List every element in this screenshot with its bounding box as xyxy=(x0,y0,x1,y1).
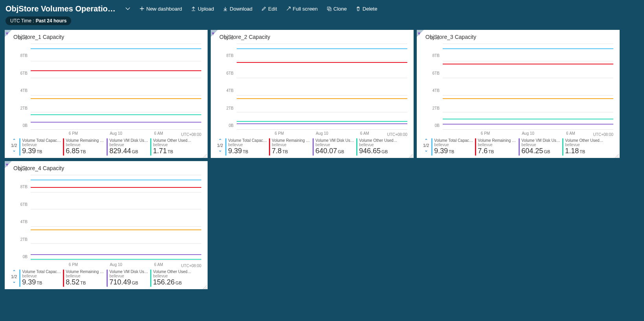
legend-metric-name: Volume Other Used Ca… xyxy=(153,138,192,143)
chart-plot[interactable]: 0B2TB4TB6TB8TB10TB6 PMAug 106 AMUTC+08:0… xyxy=(223,42,408,137)
tile-title: ObjStore_4 Capacity xyxy=(13,165,204,171)
chevron-down-icon[interactable]: ⌄ xyxy=(12,148,16,152)
metric-tile[interactable]: ObjStore_2 Capacity0B2TB4TB6TB8TB10TB6 P… xyxy=(211,30,414,158)
legend-metric-name: Volume Other Used Ca… xyxy=(359,138,398,143)
legend-metric[interactable]: Volume Other Used Ca…bellevue946.65GB xyxy=(356,138,398,156)
legend-color-bar xyxy=(19,138,20,156)
legend-color-bar xyxy=(63,138,64,156)
legend-color-bar xyxy=(313,138,314,156)
chevron-up-icon[interactable]: ⌃ xyxy=(218,138,222,143)
legend-metric-value: 1.18TB xyxy=(565,147,604,156)
legend-color-bar xyxy=(63,270,64,287)
resize-handle[interactable] xyxy=(408,152,413,157)
fullscreen-button[interactable]: Full screen xyxy=(283,4,321,13)
x-tick-label: Aug 10 xyxy=(110,262,122,267)
legend-metric[interactable]: Volume Remaining Cap…bellevue6.85TB xyxy=(63,138,105,156)
legend-metric[interactable]: Volume Total Capacit…bellevue9.39TB xyxy=(19,138,61,156)
chevron-up-icon[interactable]: ⌃ xyxy=(12,270,16,274)
delete-button[interactable]: Delete xyxy=(352,4,381,13)
series-line xyxy=(31,122,201,123)
resize-handle[interactable] xyxy=(202,284,207,288)
y-tick-label: 8TB xyxy=(226,53,234,58)
metric-tile[interactable]: ObjStore_1 Capacity0B2TB4TB6TB8TB10TB6 P… xyxy=(5,30,208,158)
series-line xyxy=(31,114,201,115)
resize-handle[interactable] xyxy=(614,152,619,157)
chart-plot[interactable]: 0B2TB4TB6TB8TB10TB6 PMAug 106 AMUTC+08:0… xyxy=(17,42,202,137)
clone-button[interactable]: Clone xyxy=(323,4,350,13)
legend-metric[interactable]: Volume VM Disk Used …bellevue640.07GB xyxy=(313,138,355,156)
chevron-down-icon[interactable]: ⌄ xyxy=(12,279,16,284)
y-tick-label: 6TB xyxy=(20,202,28,206)
legend-metric-location: bellevue xyxy=(315,143,355,147)
legend-pager[interactable]: ⌃1/2⌄ xyxy=(11,270,17,284)
upload-button[interactable]: Upload xyxy=(188,4,217,13)
legend-metric[interactable]: Volume VM Disk Used …bellevue710.49GB xyxy=(107,270,149,287)
tile-title: ObjStore_1 Capacity xyxy=(13,34,204,40)
x-tick-label: 6 PM xyxy=(275,131,284,136)
legend-metric[interactable]: Volume VM Disk Used …bellevue604.25GB xyxy=(519,138,561,156)
y-tick-label: 2TB xyxy=(432,106,440,110)
legend-metric-location: bellevue xyxy=(478,143,517,147)
legend-metric[interactable]: Volume Remaining Cap…bellevue7.6TB xyxy=(475,138,517,156)
header: ObjStore Volumes Operation Perfo… New da… xyxy=(0,0,644,27)
legend-pager[interactable]: ⌃1/2⌄ xyxy=(217,138,223,152)
resize-handle[interactable] xyxy=(202,152,207,157)
y-tick-label: 4TB xyxy=(20,220,28,224)
legend-metric[interactable]: Volume Total Capacit…bellevue9.39TB xyxy=(19,270,61,287)
fullscreen-label: Full screen xyxy=(293,6,318,12)
legend-metric-name: Volume Total Capacit… xyxy=(22,270,61,274)
edit-button[interactable]: Edit xyxy=(258,4,280,13)
legend-metric-name: Volume Remaining Cap… xyxy=(272,138,311,143)
chevron-up-icon[interactable]: ⌃ xyxy=(12,138,16,143)
legend-metric[interactable]: Volume Total Capacit…bellevue9.39TB xyxy=(431,138,473,156)
legend-color-bar xyxy=(225,138,226,156)
legend-color-bar xyxy=(356,138,357,156)
filter-icon[interactable] xyxy=(5,161,9,169)
y-tick-label: 10TB xyxy=(18,36,28,40)
series-line xyxy=(237,123,407,124)
metric-tile[interactable]: ObjStore_4 Capacity0B2TB4TB6TB8TB10TB6 P… xyxy=(5,161,208,289)
chevron-down-icon[interactable]: ⌄ xyxy=(218,148,222,152)
legend-pager[interactable]: ⌃1/2⌄ xyxy=(11,138,17,152)
filter-icon[interactable] xyxy=(5,30,9,37)
legend-metric[interactable]: Volume VM Disk Used …bellevue829.44GB xyxy=(107,138,149,156)
legend-metric[interactable]: Volume Remaining Cap…bellevue8.52TB xyxy=(63,270,105,287)
legend-color-bar xyxy=(269,138,270,156)
new-dashboard-button[interactable]: New dashboard xyxy=(136,4,185,13)
chevron-down-icon[interactable]: ⌄ xyxy=(424,148,428,152)
legend-pager[interactable]: ⌃1/2⌄ xyxy=(423,138,429,152)
chevron-up-icon[interactable]: ⌃ xyxy=(424,138,428,143)
series-line xyxy=(237,62,407,63)
legend-metric[interactable]: Volume Total Capacit…bellevue9.39TB xyxy=(225,138,267,156)
y-tick-label: 2TB xyxy=(20,106,28,110)
dashboard-switcher[interactable] xyxy=(122,4,134,13)
legend-metric-name: Volume Other Used Ca… xyxy=(153,270,192,274)
chart-plot[interactable]: 0B2TB4TB6TB8TB10TB6 PMAug 106 AMUTC+08:0… xyxy=(17,174,202,268)
series-line xyxy=(443,119,613,119)
metric-tile[interactable]: ObjStore_3 Capacity0B2TB4TB6TB8TB10TB6 P… xyxy=(417,30,620,158)
legend-metric[interactable]: Volume Other Used Ca…bellevue1.18TB xyxy=(562,138,604,156)
series-line xyxy=(443,98,613,99)
time-range-pill[interactable]: UTC Time : Past 24 hours xyxy=(6,17,71,25)
download-button[interactable]: Download xyxy=(219,4,256,13)
legend-color-bar xyxy=(19,270,20,287)
legend-metric-value: 7.8TB xyxy=(272,147,311,156)
svg-rect-1 xyxy=(328,8,331,11)
legend-metric[interactable]: Volume Other Used Ca…bellevue1.71TB xyxy=(150,138,192,156)
legend-metric[interactable]: Volume Other Used Ca…bellevue156.26GB xyxy=(150,270,192,287)
series-line xyxy=(443,64,613,64)
series-line xyxy=(237,48,407,49)
x-tick-label: 6 AM xyxy=(566,131,575,136)
y-tick-label: 8TB xyxy=(432,53,440,58)
filter-icon[interactable] xyxy=(211,30,215,37)
y-tick-label: 10TB xyxy=(430,36,440,40)
legend-metric[interactable]: Volume Remaining Cap…bellevue7.8TB xyxy=(269,138,311,156)
chart-plot[interactable]: 0B2TB4TB6TB8TB10TB6 PMAug 106 AMUTC+08:0… xyxy=(429,42,614,137)
legend-metric-location: bellevue xyxy=(153,143,192,147)
legend-metric-value: 9.39TB xyxy=(434,147,473,156)
timezone-label: UTC+08:00 xyxy=(387,132,407,137)
x-tick-label: 6 PM xyxy=(69,131,78,136)
series-line xyxy=(31,98,201,99)
filter-icon[interactable] xyxy=(417,30,421,37)
y-tick-label: 2TB xyxy=(20,237,28,241)
